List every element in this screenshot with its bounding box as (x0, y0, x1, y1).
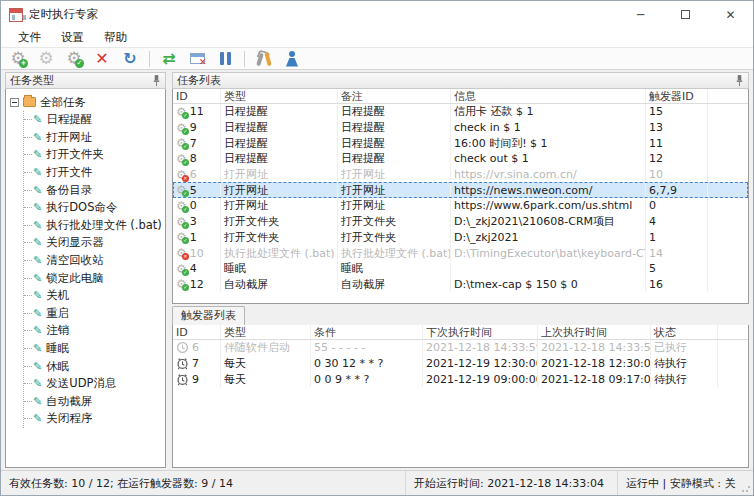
tree-item[interactable]: ✎打开文件夹 (24, 146, 163, 164)
tree-connector (24, 330, 32, 331)
minimize-button[interactable]: ─ (618, 1, 663, 28)
pause-button[interactable] (214, 49, 236, 69)
toolbar-separator (244, 51, 245, 67)
task-cell: D:\_zkj2021 (451, 230, 646, 246)
task-row[interactable]: ⚙✕6打开网址打开网址https://vr.sina.com.cn/10 (173, 167, 748, 183)
refresh-button[interactable]: ↻ (119, 49, 141, 69)
pin-icon[interactable] (152, 74, 161, 87)
tree-item[interactable]: ✎休眠 (24, 357, 163, 375)
trigger-col-header[interactable]: 下次执行时间 (423, 325, 538, 339)
trigger-col-header[interactable]: 条件 (311, 325, 423, 339)
tree-item[interactable]: ✎备份目录 (24, 181, 163, 199)
trigger-row[interactable]: 7每天0 30 12 * * ?2021-12-19 12:30:002021-… (173, 356, 748, 372)
task-cell (708, 104, 748, 120)
edit-task-button[interactable]: ⚙ (35, 49, 57, 69)
tree-connector (24, 295, 32, 296)
menu-item-1[interactable]: 设置 (52, 29, 93, 46)
tree-item[interactable]: ✎睡眠 (24, 340, 163, 358)
task-row[interactable]: ⚙✕10执行批处理文件 (.bat)执行批处理文件 (.bat)D:\Timin… (173, 245, 748, 261)
task-enabled-icon: ⚙✓ (176, 231, 187, 243)
tree-root-all-tasks[interactable]: 全部任务 (10, 93, 163, 111)
task-cell: 16 (646, 277, 708, 293)
tree-item[interactable]: ✎关闭显示器 (24, 234, 163, 252)
add-task-button[interactable]: ⚙+ (7, 49, 29, 69)
tree-item[interactable]: ✎关机 (24, 287, 163, 305)
close-window-task-button[interactable]: ✕ (186, 49, 208, 69)
task-cell: ⚙✕10 (173, 245, 221, 261)
delete-task-button[interactable]: ✕ (91, 49, 113, 69)
tree-item[interactable]: ✎重启 (24, 305, 163, 323)
task-disabled-icon: ⚙✕ (176, 247, 187, 259)
task-enabled-icon: ⚙✓ (176, 137, 187, 149)
tab-trigger-list[interactable]: 触发器列表 (172, 306, 245, 325)
task-enabled-icon: ⚙✓ (176, 184, 187, 196)
tree-item[interactable]: ✎清空回收站 (24, 252, 163, 270)
tree-item[interactable]: ✎执行DOS命令 (24, 199, 163, 217)
close-button[interactable]: ✕ (708, 1, 753, 28)
task-row[interactable]: ⚙✓7日程提醒日程提醒16:00 时间到! $ 111 (173, 135, 748, 151)
task-cell: https://vr.sina.com.cn/ (451, 167, 646, 183)
task-cell: 睡眠 (221, 261, 338, 277)
pencil-icon: ✎ (33, 307, 42, 320)
tree-item[interactable]: ✎自动截屏 (24, 393, 163, 411)
task-row[interactable]: ⚙✓11日程提醒日程提醒信用卡 还款 $ 115 (173, 104, 748, 120)
trigger-cell: 6 (173, 340, 221, 356)
run-now-button[interactable]: ⇄ (158, 49, 180, 69)
trigger-row[interactable]: 9每天0 0 9 * * ?2021-12-19 09:00:002021-12… (173, 371, 748, 387)
task-cell: ⚙✓0 (173, 198, 221, 214)
task-row[interactable]: ⚙✓9日程提醒日程提醒check in $ 113 (173, 120, 748, 136)
verify-task-button[interactable]: ⚙✓ (63, 49, 85, 69)
tree-item[interactable]: ✎执行批处理文件 (.bat) (24, 217, 163, 235)
task-row[interactable]: ⚙✓0打开网址打开网址https://www.6park.com/us.shtm… (173, 198, 748, 214)
task-enabled-icon: ⚙✓ (176, 106, 187, 118)
window-close-icon: ✕ (190, 53, 205, 64)
task-cell: D:\TimingExecutor\bat\keyboard-CTRL.vbs (451, 245, 646, 261)
maximize-button[interactable] (663, 1, 708, 28)
tree-item[interactable]: ✎锁定此电脑 (24, 269, 163, 287)
task-cell: 13 (646, 120, 708, 136)
tree-item[interactable]: ✎注销 (24, 322, 163, 340)
task-col-header[interactable]: 备注 (338, 89, 451, 103)
tree-item[interactable]: ✎打开网址 (24, 129, 163, 147)
tree-item[interactable]: ✎打开文件 (24, 164, 163, 182)
tree-connector (24, 401, 32, 402)
quiet-mode-button[interactable] (281, 49, 303, 69)
task-col-header[interactable]: ID (173, 89, 221, 103)
tree-item[interactable]: ✎关闭程序 (24, 410, 163, 428)
resize-grip[interactable] (741, 483, 751, 493)
collapse-icon[interactable] (10, 98, 19, 107)
tree-item[interactable]: ✎发送UDP消息 (24, 375, 163, 393)
trigger-cell: 0 30 12 * * ? (311, 356, 423, 372)
task-row[interactable]: ⚙✓3打开文件夹打开文件夹D:\_zkj2021\210608-CRM项目4 (173, 214, 748, 230)
pin-icon[interactable] (735, 74, 744, 87)
menu-item-2[interactable]: 帮助 (95, 29, 136, 46)
pencil-icon: ✎ (33, 342, 42, 355)
task-col-header[interactable]: 类型 (221, 89, 338, 103)
task-cell (451, 261, 646, 277)
trigger-section: 触发器列表 ID类型条件下次执行时间上次执行时间状态 6伴随软件启动55 - -… (172, 308, 749, 468)
trigger-col-header[interactable]: 状态 (651, 325, 718, 339)
trigger-row[interactable]: 6伴随软件启动55 - - - - -2021-12-18 14:33:5920… (173, 340, 748, 356)
trigger-cell (718, 340, 748, 356)
folder-icon (23, 97, 36, 107)
task-enabled-icon: ⚙✓ (176, 263, 187, 275)
task-row[interactable]: ⚙✓8日程提醒日程提醒check out $ 112 (173, 151, 748, 167)
task-row[interactable]: ⚙✓12自动截屏自动截屏D:\tmex-cap $ 150 $ 016 (173, 277, 748, 293)
task-cell: 日程提醒 (338, 151, 451, 167)
settings-tools-button[interactable] (253, 49, 275, 69)
task-row[interactable]: ⚙✓5打开网址打开网址https://news.nweon.com/6,7,9 (173, 182, 748, 198)
task-col-header[interactable]: 触发器ID (646, 89, 708, 103)
task-row[interactable]: ⚙✓4睡眠睡眠5 (173, 261, 748, 277)
trigger-cell: 伴随软件启动 (221, 340, 311, 356)
trigger-col-header[interactable]: ID (173, 325, 221, 339)
tree-item[interactable]: ✎日程提醒 (24, 111, 163, 129)
task-enabled-icon: ⚙✓ (176, 153, 187, 165)
task-row[interactable]: ⚙✓1打开文件夹打开文件夹D:\_zkj20211 (173, 230, 748, 246)
trigger-col-header[interactable]: 上次执行时间 (538, 325, 651, 339)
task-cell: https://www.6park.com/us.shtml (451, 198, 646, 214)
menu-item-0[interactable]: 文件 (9, 29, 50, 46)
pencil-icon: ✎ (33, 131, 42, 144)
task-cell: 日程提醒 (338, 135, 451, 151)
task-col-header[interactable]: 信息 (451, 89, 646, 103)
trigger-col-header[interactable]: 类型 (221, 325, 311, 339)
